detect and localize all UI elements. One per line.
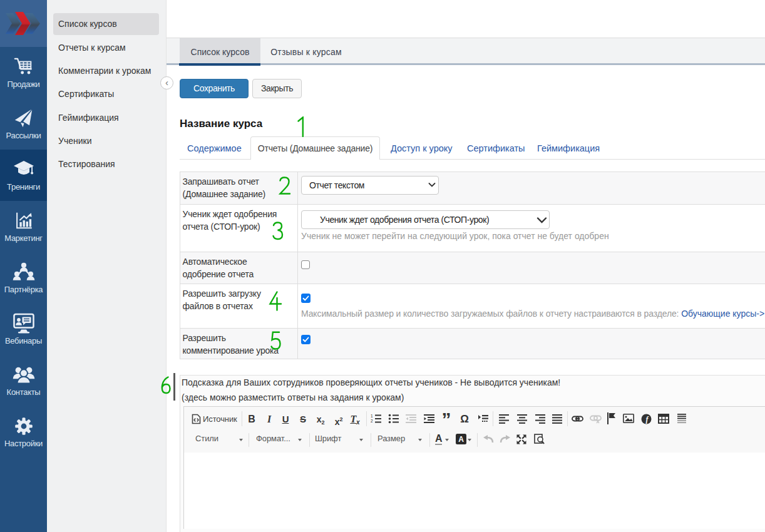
svg-text:1: 1 bbox=[371, 414, 373, 418]
svg-text:A: A bbox=[458, 435, 464, 444]
svg-text:2: 2 bbox=[371, 419, 373, 423]
